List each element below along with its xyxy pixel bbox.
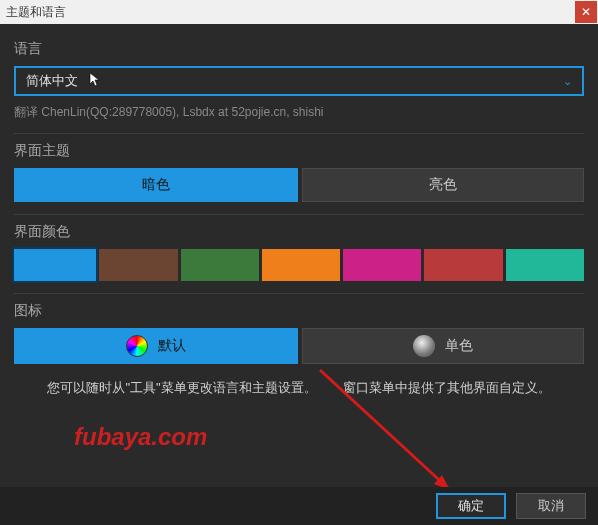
translation-credits: 翻译 ChenLin(QQ:289778005), Lsbdx at 52poj… bbox=[14, 104, 584, 121]
language-selected: 简体中文 bbox=[26, 72, 78, 90]
color-swatch[interactable] bbox=[424, 249, 502, 281]
watermark: fubaya.com bbox=[14, 423, 584, 451]
color-swatch[interactable] bbox=[14, 249, 96, 281]
language-label: 语言 bbox=[14, 40, 584, 58]
color-swatch[interactable] bbox=[343, 249, 421, 281]
divider bbox=[14, 133, 584, 134]
ok-button[interactable]: 确定 bbox=[436, 493, 506, 519]
color-swatch[interactable] bbox=[99, 249, 177, 281]
theme-light-button[interactable]: 亮色 bbox=[302, 168, 584, 202]
color-swatch[interactable] bbox=[262, 249, 340, 281]
cursor-icon bbox=[88, 72, 102, 91]
titlebar: 主题和语言 ✕ bbox=[0, 0, 598, 24]
color-swatch-row bbox=[14, 249, 584, 281]
color-swatch[interactable] bbox=[506, 249, 584, 281]
icons-mono-label: 单色 bbox=[445, 337, 473, 355]
language-dropdown[interactable]: 简体中文 ⌄ bbox=[14, 66, 584, 96]
icons-mono-button[interactable]: 单色 bbox=[302, 328, 584, 364]
color-wheel-icon bbox=[126, 335, 148, 357]
chevron-down-icon: ⌄ bbox=[563, 75, 572, 88]
hint-text: 您可以随时从"工具"菜单更改语言和主题设置。 窗口菜单中提供了其他界面自定义。 bbox=[14, 378, 584, 399]
divider bbox=[14, 214, 584, 215]
theme-dark-button[interactable]: 暗色 bbox=[14, 168, 298, 202]
icons-default-label: 默认 bbox=[158, 337, 186, 355]
close-icon[interactable]: ✕ bbox=[575, 1, 597, 23]
cancel-button[interactable]: 取消 bbox=[516, 493, 586, 519]
icons-default-button[interactable]: 默认 bbox=[14, 328, 298, 364]
window-title: 主题和语言 bbox=[6, 4, 66, 21]
mono-circle-icon bbox=[413, 335, 435, 357]
color-swatch[interactable] bbox=[181, 249, 259, 281]
icons-label: 图标 bbox=[14, 302, 584, 320]
theme-label: 界面主题 bbox=[14, 142, 584, 160]
color-label: 界面颜色 bbox=[14, 223, 584, 241]
footer: 确定 取消 bbox=[0, 487, 598, 525]
divider bbox=[14, 293, 584, 294]
